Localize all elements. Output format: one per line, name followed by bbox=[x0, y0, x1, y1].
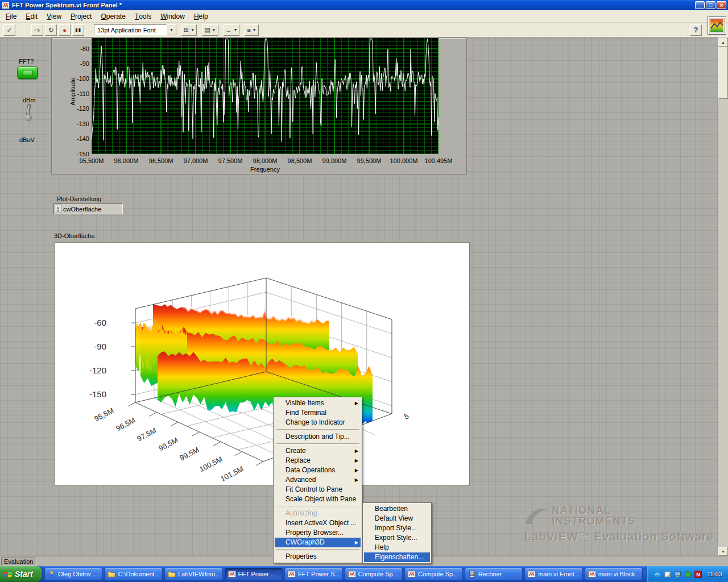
minimize-icon[interactable]: _ bbox=[695, 1, 705, 9]
dbm-dbuv-switch[interactable] bbox=[23, 104, 34, 123]
menu-bar: FileEditViewProjectOperateToolsWindowHel… bbox=[0, 10, 728, 23]
run-continuous-button[interactable]: ↻ bbox=[45, 24, 57, 36]
chevron-down-icon[interactable]: ▼ bbox=[167, 24, 176, 35]
run-button[interactable]: ⇨ bbox=[31, 24, 43, 36]
chevron-down-icon: ▼ bbox=[234, 28, 238, 32]
x-axis-ticks: 95,500M96,000M96,500M97,000M97,500M98,00… bbox=[52, 157, 468, 165]
x-tick-label: 99,500M bbox=[351, 157, 387, 164]
menu-tools[interactable]: Tools bbox=[130, 10, 156, 22]
spin-down-icon[interactable]: ▼ bbox=[57, 209, 60, 213]
start-button-label: Start bbox=[15, 569, 33, 579]
scroll-up-icon[interactable]: ▲ bbox=[718, 38, 728, 47]
y-tick-label: -130 bbox=[72, 120, 89, 127]
window-title: FFT Power Spektrum.vi Front Panel * bbox=[12, 2, 693, 9]
tray-icon-3[interactable] bbox=[674, 571, 681, 578]
tray-icon-1[interactable] bbox=[653, 571, 661, 578]
waveform-graph[interactable]: Amplitude -80-90-100-110-120-130-140-150… bbox=[51, 38, 467, 174]
menu-item-autosizing[interactable]: Autosizing bbox=[275, 509, 361, 518]
menu-item-replace[interactable]: Replace▶ bbox=[275, 456, 361, 465]
menu-item-eigenschaften[interactable]: Eigenschaften... bbox=[364, 552, 430, 562]
menu-file[interactable]: File bbox=[1, 10, 21, 22]
taskbar-item[interactable]: FFT Power ... bbox=[225, 568, 283, 580]
taskbar-item-label: FFT Power ... bbox=[238, 571, 276, 577]
plot-style-ring-selector[interactable]: ▲ ▼ cwOberfläche bbox=[53, 203, 123, 214]
menu-item-label: Replace bbox=[286, 456, 311, 465]
taskbar-item[interactable]: Compute Sp... bbox=[404, 568, 463, 580]
ring-spinner[interactable]: ▲ ▼ bbox=[55, 205, 61, 213]
menu-item-import-style[interactable]: Import Style... bbox=[364, 523, 430, 533]
menu-item-label: Insert ActiveX Object ... bbox=[286, 518, 357, 528]
menu-item-property-browser[interactable]: Property Browser... bbox=[275, 528, 361, 538]
menu-item-properties[interactable]: Properties bbox=[275, 552, 361, 562]
menu-item-data-operations[interactable]: Data Operations▶ bbox=[275, 465, 361, 475]
menu-view[interactable]: View bbox=[42, 10, 66, 22]
taskbar-item-label: Rechner bbox=[478, 571, 502, 577]
z-tick-label: -60 bbox=[77, 318, 106, 327]
menu-item-label: Bearbeiten bbox=[375, 504, 408, 514]
pause-button[interactable]: ▮▮ bbox=[72, 24, 84, 36]
tool-select-button[interactable]: ✓ bbox=[3, 24, 15, 36]
menu-item-insert-activex-object[interactable]: Insert ActiveX Object ... bbox=[275, 518, 361, 528]
menu-window[interactable]: Window bbox=[156, 10, 189, 22]
tray-icon-2[interactable] bbox=[664, 571, 671, 578]
tray-icon-4[interactable] bbox=[684, 571, 692, 578]
taskbar-item-label: Oleg Obitov ... bbox=[58, 571, 98, 577]
menu-item-create[interactable]: Create▶ bbox=[275, 446, 361, 456]
z-tick-label: -90 bbox=[77, 342, 106, 351]
y-tick-label: -150 bbox=[72, 151, 89, 157]
taskbar-item-label: LabVIEWforu... bbox=[178, 571, 220, 577]
vi-icon[interactable] bbox=[708, 16, 726, 35]
taskbar-item[interactable]: Rechner bbox=[465, 568, 523, 580]
front-panel[interactable]: FFT? dBm dBuV Amplitude -80-90-100-110-1… bbox=[0, 38, 718, 556]
menu-help[interactable]: Help bbox=[189, 10, 213, 22]
title-bar[interactable]: FFT Power Spektrum.vi Front Panel * _ □ … bbox=[0, 0, 728, 10]
menu-item-fit-control-to-pane[interactable]: Fit Control to Pane bbox=[275, 485, 361, 494]
align-objects-dropdown[interactable]: ⊞ ▼ bbox=[181, 24, 197, 36]
user-icon bbox=[48, 571, 56, 577]
start-button[interactable]: Start bbox=[0, 566, 42, 582]
menu-item-visible-items[interactable]: Visible Items▶ bbox=[275, 398, 361, 408]
submenu-arrow-icon: ▶ bbox=[355, 446, 358, 456]
menu-item-description-and-tip[interactable]: Description and Tip... bbox=[275, 432, 361, 442]
taskbar-item[interactable]: C:\Dokument... bbox=[104, 568, 163, 580]
taskbar-item[interactable]: LabVIEWforu... bbox=[164, 568, 223, 580]
reorder-dropdown[interactable]: ≡ ▼ bbox=[245, 24, 258, 36]
taskbar-item[interactable]: Compute Sp... bbox=[345, 568, 403, 580]
close-icon[interactable]: × bbox=[717, 1, 726, 9]
maximize-icon[interactable]: □ bbox=[706, 1, 715, 9]
submenu-arrow-icon: ▶ bbox=[355, 398, 358, 408]
svg-text:N: N bbox=[697, 572, 701, 577]
menu-project[interactable]: Project bbox=[66, 10, 96, 22]
z-tick-label: -120 bbox=[77, 365, 106, 375]
taskbar-item[interactable]: main.vi Block ... bbox=[585, 568, 643, 580]
taskbar-item[interactable]: Oleg Obitov ... bbox=[44, 568, 103, 580]
menu-item-scale-object-with-pane[interactable]: Scale Object with Pane bbox=[275, 494, 361, 504]
menu-item-label: Help bbox=[375, 543, 389, 552]
scrollbar-thumb[interactable] bbox=[718, 47, 728, 99]
menu-item-export-style[interactable]: Export Style... bbox=[364, 533, 430, 543]
menu-edit[interactable]: Edit bbox=[21, 10, 42, 22]
menu-item-bearbeiten[interactable]: Bearbeiten bbox=[364, 504, 430, 514]
font-selector-value[interactable]: 13pt Application Font bbox=[94, 24, 167, 35]
menu-item-help[interactable]: Help bbox=[364, 543, 430, 552]
menu-operate[interactable]: Operate bbox=[96, 10, 130, 22]
menu-item-change-to-indicator[interactable]: Change to Indicator bbox=[275, 418, 361, 427]
font-selector[interactable]: 13pt Application Font ▼ bbox=[94, 24, 176, 35]
help-button[interactable]: ? bbox=[690, 24, 702, 36]
menu-item-advanced[interactable]: Advanced▶ bbox=[275, 475, 361, 485]
scroll-down-icon[interactable]: ▼ bbox=[718, 547, 728, 556]
vertical-scrollbar[interactable]: ▲ ▼ bbox=[718, 38, 728, 556]
plot-area[interactable] bbox=[92, 38, 439, 154]
align-objects-icon: ⊞ bbox=[184, 26, 189, 34]
resize-objects-dropdown[interactable]: ↔ ▼ bbox=[224, 24, 240, 36]
fft-toggle-button[interactable] bbox=[17, 66, 38, 79]
menu-item-cwgraph3d[interactable]: CWGraph3D▶ bbox=[275, 538, 361, 547]
tray-n-icon[interactable]: N bbox=[694, 571, 702, 578]
menu-item-find-terminal[interactable]: Find Terminal bbox=[275, 408, 361, 418]
abort-button[interactable]: ● bbox=[59, 24, 71, 36]
menu-item-default-view[interactable]: Default View bbox=[364, 514, 430, 523]
taskbar-item[interactable]: main.vi Front... bbox=[524, 568, 583, 580]
surface-graph-3d[interactable]: -60-90-120-15095,5M96,5M97,5M98,5M99,5M1… bbox=[55, 242, 470, 486]
taskbar-item[interactable]: FFT Power S... bbox=[284, 568, 343, 580]
distribute-objects-dropdown[interactable]: ▤ ▼ bbox=[202, 24, 218, 36]
